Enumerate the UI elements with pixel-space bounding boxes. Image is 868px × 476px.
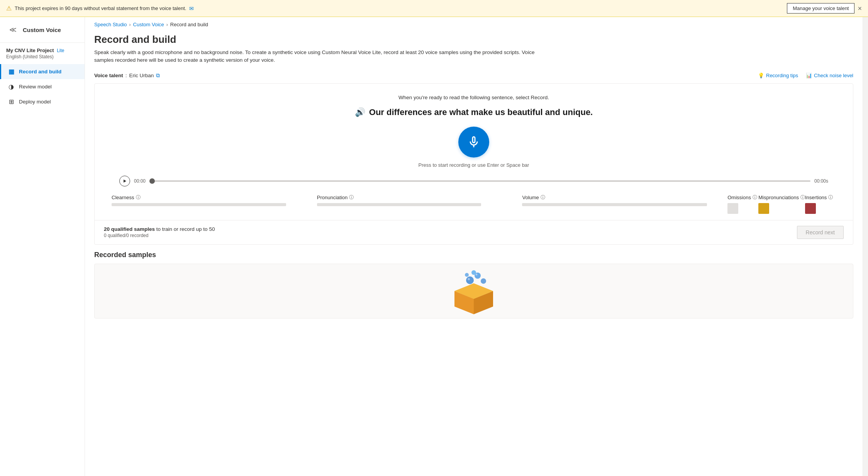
audio-progress-row: 00:00 00:00s — [104, 176, 844, 186]
sidebar-collapse-button[interactable]: ≪ — [6, 22, 20, 37]
sentence-text: Our differences are what make us beautif… — [369, 107, 593, 117]
recorded-samples-section: Recorded samples — [85, 251, 863, 328]
breadcrumb-sep-2: › — [166, 22, 168, 27]
notification-actions: Manage your voice talent × — [787, 3, 862, 14]
qualified-sub: 0 qualified/0 recorded — [104, 233, 215, 238]
sidebar-item-record-build[interactable]: ▦ Record and build — [0, 64, 85, 79]
svg-point-8 — [471, 270, 476, 275]
mispronunciations-indicator — [758, 203, 769, 214]
qualified-count-strong: 20 qualified samples — [104, 226, 155, 232]
notification-bar: ⚠ This project expires in 90 days withou… — [0, 0, 868, 17]
metric-insertions: Insertions ⓘ — [805, 194, 836, 214]
mic-record-button[interactable] — [458, 127, 489, 158]
sidebar-app-title: Custom Voice — [23, 27, 61, 33]
close-notification-button[interactable]: × — [858, 5, 862, 12]
qualified-text: 20 qualified samples to train or record … — [104, 226, 215, 232]
project-name: My CNV Lite Project Lite — [6, 47, 78, 53]
svg-point-10 — [468, 278, 470, 280]
breadcrumb: Speech Studio › Custom Voice › Record an… — [85, 17, 863, 27]
time-start: 00:00 — [134, 178, 146, 184]
recording-panel: When you're ready to read the following … — [94, 83, 853, 245]
recording-tips-label: Recording tips — [766, 73, 798, 78]
breadcrumb-current: Record and build — [170, 22, 208, 27]
volume-bar — [522, 203, 707, 206]
volume-info-icon[interactable]: ⓘ — [541, 194, 545, 201]
recorded-samples-title: Recorded samples — [94, 251, 853, 259]
sidebar-item-label-deploy: Deploy model — [19, 99, 51, 105]
page-title: Record and build — [94, 34, 853, 46]
recorded-samples-empty — [94, 264, 853, 318]
insertions-info-icon[interactable]: ⓘ — [828, 194, 833, 201]
pronunciation-info-icon[interactable]: ⓘ — [349, 194, 354, 201]
warning-icon: ⚠ — [6, 5, 12, 12]
pronunciation-label: Pronunciation — [317, 195, 348, 200]
sidebar-header: ≪ Custom Voice — [0, 17, 85, 43]
progress-track[interactable] — [149, 180, 810, 182]
time-end: 00:00s — [814, 178, 828, 184]
record-instruction: When you're ready to read the following … — [104, 95, 844, 100]
speaker-icon: 🔊 — [355, 107, 365, 117]
sidebar-item-label-review: Review model — [19, 84, 52, 90]
email-icon: ✉ — [189, 5, 194, 12]
breadcrumb-speech-studio[interactable]: Speech Studio — [94, 22, 127, 27]
recording-tips-button[interactable]: 💡 Recording tips — [758, 73, 798, 78]
mic-container: Press to start recording or use Enter or… — [104, 127, 844, 168]
scrollbar[interactable] — [863, 17, 868, 476]
page-description: Speak clearly with a good microphone and… — [94, 49, 538, 64]
metric-volume: Volume ⓘ — [522, 194, 727, 206]
clearness-label: Clearness — [112, 195, 134, 200]
mispronunciations-label: Mispronunciations — [758, 195, 799, 200]
project-language: English (United States) — [6, 54, 78, 59]
sidebar-project: My CNV Lite Project Lite English (United… — [0, 43, 85, 61]
qualified-row: 20 qualified samples to train or record … — [95, 220, 853, 244]
sidebar-item-review-model[interactable]: ◑ Review model — [0, 79, 85, 94]
svg-point-9 — [465, 273, 469, 277]
clearness-info-icon[interactable]: ⓘ — [136, 194, 141, 201]
notification-text-container: ⚠ This project expires in 90 days withou… — [6, 5, 194, 12]
copy-icon[interactable]: ⧉ — [156, 72, 160, 79]
voice-talent-name: Eric Urban — [129, 73, 154, 78]
insertions-indicator — [805, 203, 816, 214]
breadcrumb-sep-1: › — [129, 22, 131, 27]
check-noise-label: Check noise level — [814, 73, 853, 78]
metric-pronunciation: Pronunciation ⓘ — [317, 194, 522, 206]
sidebar-nav: ▦ Record and build ◑ Review model ⊞ Depl… — [0, 64, 85, 109]
review-model-icon: ◑ — [7, 83, 15, 90]
colon: : — [125, 73, 127, 78]
metric-clearness: Clearness ⓘ — [112, 194, 317, 206]
voice-talent-actions: 💡 Recording tips 📊 Check noise level — [758, 73, 853, 78]
svg-point-7 — [481, 278, 486, 284]
qualified-info: 20 qualified samples to train or record … — [104, 226, 215, 238]
metrics-row: Clearness ⓘ Pronunciation ⓘ Volu — [104, 194, 844, 214]
manage-voice-talent-button[interactable]: Manage your voice talent — [787, 3, 854, 14]
progress-thumb[interactable] — [149, 178, 155, 184]
sidebar: ≪ Custom Voice My CNV Lite Project Lite … — [0, 17, 85, 476]
mispronunciations-info-icon[interactable]: ⓘ — [800, 194, 805, 201]
check-noise-button[interactable]: 📊 Check noise level — [806, 73, 853, 78]
voice-talent-info: Voice talent : Eric Urban ⧉ — [94, 72, 160, 79]
insertions-label: Insertions — [805, 195, 827, 200]
voice-talent-label: Voice talent — [94, 73, 123, 78]
omissions-info-icon[interactable]: ⓘ — [753, 194, 757, 201]
play-icon — [123, 179, 127, 183]
omissions-indicator — [727, 203, 738, 214]
sidebar-item-deploy-model[interactable]: ⊞ Deploy model — [0, 94, 85, 109]
breadcrumb-custom-voice[interactable]: Custom Voice — [133, 22, 164, 27]
mic-hint: Press to start recording or use Enter or… — [419, 162, 529, 168]
svg-marker-0 — [124, 180, 126, 183]
metric-omissions: Omissions ⓘ — [727, 194, 758, 214]
omissions-label: Omissions — [727, 195, 751, 200]
page-header: Record and build Speak clearly with a go… — [85, 27, 863, 69]
svg-point-5 — [466, 276, 474, 284]
chart-icon: 📊 — [806, 73, 812, 78]
clearness-bar — [112, 203, 286, 206]
metric-mispronunciations: Mispronunciations ⓘ — [758, 194, 805, 214]
play-button[interactable] — [119, 176, 130, 186]
voice-talent-row: Voice talent : Eric Urban ⧉ 💡 Recording … — [85, 69, 863, 83]
record-next-button[interactable]: Record next — [797, 226, 844, 239]
record-build-icon: ▦ — [7, 68, 15, 75]
mic-icon — [467, 135, 481, 149]
volume-label: Volume — [522, 195, 539, 200]
project-badge: Lite — [57, 48, 64, 53]
empty-box-illustration — [443, 264, 505, 318]
